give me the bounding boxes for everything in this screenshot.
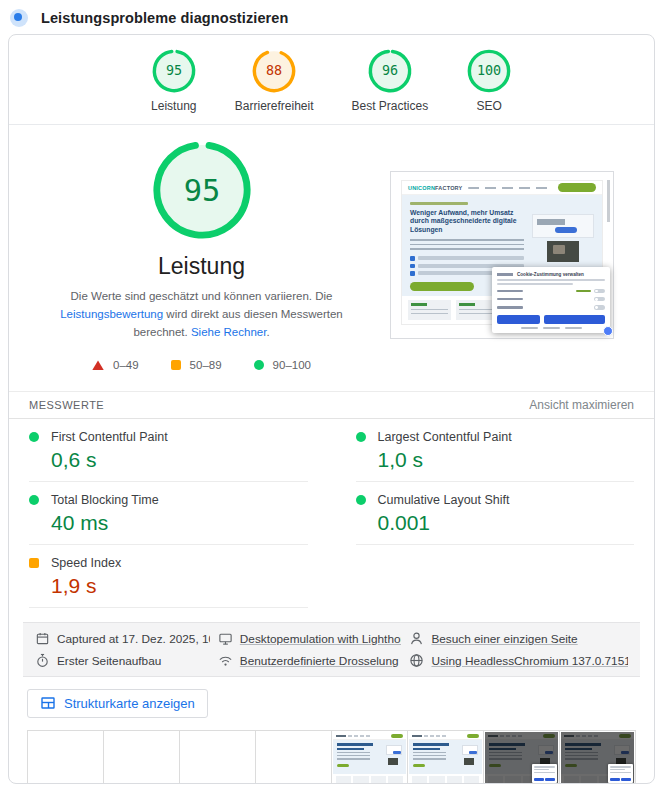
category-gauge-leistung[interactable]: 95 Leistung [151, 48, 197, 113]
mock-button [467, 734, 479, 738]
legend-range: 50–89 [190, 359, 222, 371]
mock-line [610, 772, 631, 773]
insights-icon [10, 9, 28, 27]
cookie-dialog-title: Cookie-Zustimmung verwalten [517, 272, 584, 277]
mock-cookie-dialog-small [532, 764, 557, 783]
mock-cookie-dialog: Cookie-Zustimmung verwalten [492, 267, 610, 334]
mock-box [353, 776, 368, 783]
mock-button [413, 764, 425, 768]
mock-bullet-icon [410, 271, 415, 276]
performance-description: Die Werte sind geschätzt und können vari… [49, 288, 355, 341]
legend-range: 90–100 [273, 359, 311, 371]
mock-heading [565, 748, 592, 751]
page-screenshot-thumbnail[interactable]: UNICORNFACTORY Weniger Aufwand, mehr Ums… [390, 171, 614, 339]
svg-text:88: 88 [266, 63, 282, 78]
mock-button [610, 778, 620, 781]
filmstrip-frame-page[interactable] [407, 730, 484, 784]
runtime-text: Captured at 17. Dez. 2025, 10:03 MEZ [57, 632, 210, 646]
stopwatch-icon [35, 653, 50, 668]
monitor-icon [218, 631, 233, 646]
mock-line [610, 769, 625, 770]
legend-average: 50–89 [171, 359, 222, 371]
mock-stat-box [408, 300, 451, 321]
calculator-link[interactable]: Siehe Rechner [191, 326, 266, 338]
performance-title: Leistung [158, 253, 245, 280]
mock-paragraph-line [497, 279, 605, 281]
mock-heading [337, 743, 373, 746]
mock-box [336, 776, 351, 783]
metric-status-icon [29, 495, 39, 505]
performance-gauge-icon: 95 [151, 139, 253, 241]
mock-hero-heading: Weniger Aufwand, mehr Umsatz durch maßge… [410, 209, 524, 235]
category-gauge-barrierefreiheit[interactable]: 88 Barrierefreiheit [235, 48, 314, 113]
svg-text:100: 100 [477, 63, 501, 78]
category-gauge-best-practices[interactable]: 96 Best Practices [352, 48, 429, 113]
mock-paragraph-line [497, 283, 573, 285]
svg-text:96: 96 [382, 63, 398, 78]
metric-largest-contentful-paint: Largest Contentful Paint 1,0 s [356, 419, 635, 482]
legend-range: 0–49 [113, 359, 139, 371]
runtime-single-visit-link[interactable]: Besuch einer einzigen Seite [409, 631, 628, 646]
mock-nav [348, 735, 372, 737]
mock-photo [388, 758, 398, 765]
mock-line [610, 766, 631, 767]
filmstrip-frame-blank[interactable] [179, 730, 256, 784]
mock-box [447, 776, 462, 783]
gauge-ring-icon: 95 [151, 48, 197, 94]
cookie-dialog-links [497, 327, 605, 329]
mock-nav-bars [468, 187, 552, 190]
mock-line [534, 766, 555, 767]
mock-button [543, 734, 555, 738]
user-icon [409, 631, 424, 646]
mock-heading [489, 748, 516, 751]
view-treemap-button[interactable]: Strukturkarte anzeigen [27, 689, 208, 718]
loading-filmstrip [27, 730, 636, 784]
svg-text:95: 95 [183, 173, 220, 208]
filmstrip-frame-blank[interactable] [103, 730, 180, 784]
metric-status-icon [356, 432, 366, 442]
filmstrip-frame-page-dimmed[interactable] [483, 730, 560, 784]
filmstrip-frame-page-dimmed[interactable] [559, 730, 636, 784]
mock-box [464, 776, 479, 783]
filmstrip-frame-blank[interactable] [255, 730, 332, 784]
page-title: Leistungsprobleme diagnostizieren [41, 10, 288, 26]
mock-button [534, 778, 544, 781]
mock-nav [500, 735, 524, 737]
runtime-emulation-link[interactable]: Desktopemulation with Lighthouse 13.0.1 [218, 631, 402, 646]
mock-bullet-row [410, 256, 524, 261]
runtime-throttling-link[interactable]: Benutzerdefinierte Drosselung [218, 653, 402, 668]
mock-save-button [544, 315, 605, 324]
metric-label: First Contentful Paint [51, 430, 168, 444]
mock-site-header: UNICORNFACTORY [402, 181, 602, 195]
runtime-captured-at: Captured at 17. Dez. 2025, 10:03 MEZ [35, 631, 210, 646]
mock-button [337, 764, 349, 768]
category-label: Leistung [151, 99, 196, 113]
category-gauge-seo[interactable]: 100 SEO [466, 48, 512, 113]
metric-label: Speed Index [51, 556, 121, 570]
mock-photo [464, 758, 474, 765]
mock-badge [603, 326, 613, 336]
mock-box [388, 776, 403, 783]
metric-label: Largest Contentful Paint [378, 430, 512, 444]
cookie-dialog-header: Cookie-Zustimmung verwalten [497, 272, 605, 277]
treemap-button-label: Strukturkarte anzeigen [64, 696, 195, 711]
filmstrip-frame-blank[interactable] [27, 730, 104, 784]
expand-view-link[interactable]: Ansicht maximieren [529, 398, 634, 412]
mock-lines [337, 752, 370, 761]
runtime-text: Besuch einer einzigen Seite [431, 632, 577, 646]
scoring-link[interactable]: Leistungsbewertung [60, 308, 163, 320]
mock-option-label [497, 306, 523, 309]
metric-status-icon [29, 558, 39, 568]
mock-button [391, 734, 403, 738]
category-label: SEO [477, 99, 502, 113]
metric-cumulative-layout-shift: Cumulative Layout Shift 0.001 [356, 482, 635, 545]
filmstrip-frame-page[interactable] [331, 730, 408, 784]
mock-toggle [594, 305, 605, 310]
mock-link [543, 327, 560, 329]
description-text: Die Werte sind geschätzt und können vari… [71, 290, 333, 302]
performance-gauge-block: 95 Leistung Die Werte sind geschätzt und… [13, 139, 390, 371]
mock-option-label [497, 298, 523, 301]
description-text: . [266, 326, 269, 338]
runtime-browser-link[interactable]: Using HeadlessChromium 137.0.7151.119 wi… [409, 653, 628, 668]
performance-summary-section: 95 Leistung Die Werte sind geschätzt und… [9, 125, 654, 391]
